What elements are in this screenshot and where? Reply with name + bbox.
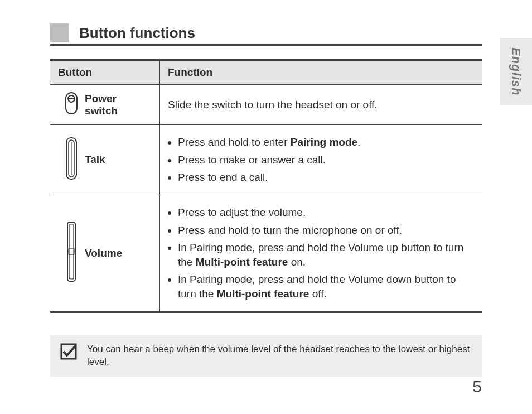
- talk-button-desc: Press and hold to enter Pairing mode. Pr…: [160, 125, 482, 195]
- note-box: You can hear a beep when the volume leve…: [50, 335, 482, 377]
- language-label: English: [509, 47, 523, 95]
- table-row: Talk Press and hold to enter Pairing mod…: [50, 125, 482, 195]
- list-item: Press and hold to enter Pairing mode.: [178, 135, 474, 150]
- page-number: 5: [472, 377, 482, 396]
- talk-button-label: Talk: [85, 125, 160, 195]
- check-icon: [60, 343, 77, 360]
- heading-rule: [50, 44, 482, 46]
- note-text: You can hear a beep when the volume leve…: [87, 343, 472, 369]
- language-tab: English: [500, 38, 532, 105]
- list-item: Press to make or answer a call.: [178, 153, 474, 167]
- talk-button-icon: [50, 125, 85, 195]
- volume-button-label: Volume: [85, 195, 160, 312]
- table-row: Power switch Slide the switch to turn th…: [50, 85, 482, 125]
- power-switch-desc: Slide the switch to turn the headset on …: [160, 85, 482, 125]
- col-button: Button: [50, 60, 160, 85]
- heading-decor: [50, 23, 69, 42]
- list-item: Press to adjust the volume.: [178, 205, 474, 220]
- manual-page: English Button functions Button Function: [0, 0, 532, 414]
- power-switch-label: Power switch: [85, 85, 160, 125]
- col-function: Function: [160, 60, 482, 85]
- volume-button-icon: [50, 195, 85, 312]
- table-header-row: Button Function: [50, 60, 482, 85]
- list-item: Press and hold to turn the microphone on…: [178, 223, 474, 238]
- list-item: In Pairing mode, press and hold the Volu…: [178, 240, 474, 269]
- volume-button-desc: Press to adjust the volume. Press and ho…: [160, 195, 482, 312]
- list-item: In Pairing mode, press and hold the Volu…: [178, 272, 474, 301]
- button-functions-table: Button Function Power switch Slide the s…: [50, 59, 482, 313]
- list-item: Press to end a call.: [178, 170, 474, 185]
- power-switch-icon: [50, 85, 85, 125]
- heading-title: Button functions: [79, 25, 195, 42]
- section-heading: Button functions: [50, 23, 482, 42]
- table-row: Volume Press to adjust the volume. Press…: [50, 195, 482, 312]
- svg-rect-7: [69, 224, 74, 279]
